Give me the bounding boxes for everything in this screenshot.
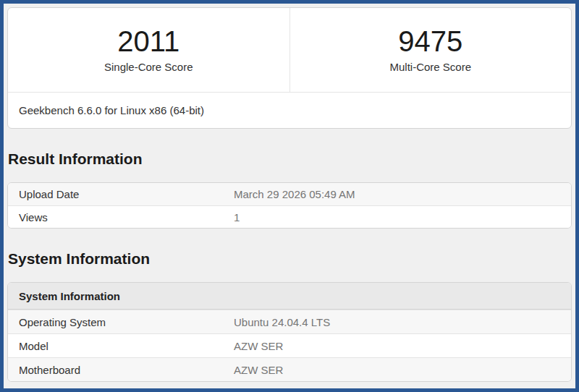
table-row-upload-date: Upload Date March 29 2026 05:49 AM [8,183,571,205]
system-information-heading: System Information [8,250,572,268]
row-label: Motherboard [8,359,234,380]
table-row-views: Views 1 [8,205,571,228]
row-value: Ubuntu 24.04.4 LTS [234,312,571,333]
table-row-operating-system: Operating System Ubuntu 24.04.4 LTS [8,310,571,333]
row-label: Upload Date [8,184,234,205]
system-information-table: System Information Operating System Ubun… [7,282,572,382]
row-label: Views [8,207,234,228]
result-information-heading: Result Information [8,150,572,168]
multi-core-score-label: Multi-Core Score [389,61,471,73]
result-information-table: Upload Date March 29 2026 05:49 AM Views… [7,182,572,229]
row-value: 1 [234,207,571,228]
table-row-motherboard: Motherboard AZW SER [8,357,571,381]
single-core-score-cell: 2011 Single-Core Score [8,8,290,92]
multi-core-score-cell: 9475 Multi-Core Score [290,8,572,92]
single-core-score-value: 2011 [117,27,179,56]
geekbench-version-line: Geekbench 6.6.0 for Linux x86 (64-bit) [8,93,571,128]
table-row-model: Model AZW SER [8,333,571,357]
system-information-table-header: System Information [8,283,571,310]
row-label: Model [8,336,234,357]
single-core-score-label: Single-Core Score [104,61,193,73]
row-label: Operating System [8,312,234,333]
score-summary-card: 2011 Single-Core Score 9475 Multi-Core S… [7,7,572,129]
row-value: AZW SER [234,359,571,380]
score-row: 2011 Single-Core Score 9475 Multi-Core S… [8,8,571,93]
multi-core-score-value: 9475 [398,27,462,56]
row-value: March 29 2026 05:49 AM [234,184,571,205]
row-value: AZW SER [234,336,571,357]
